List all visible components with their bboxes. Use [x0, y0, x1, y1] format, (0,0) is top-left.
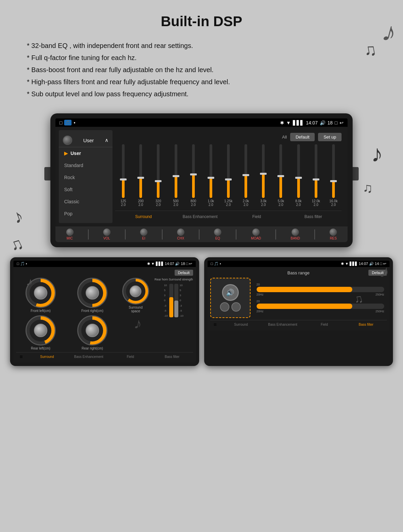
band-val-16.0k: 2.0 — [331, 203, 336, 207]
eq-knob[interactable] — [214, 228, 221, 236]
eq-slider-320[interactable] — [157, 144, 160, 198]
preset-soft[interactable]: Soft — [59, 183, 113, 196]
surround-tab-surround[interactable]: Surround — [26, 354, 68, 360]
feature-5: * Sub output level and low pass frequenc… — [27, 88, 376, 100]
rear-left-gauge[interactable] — [26, 315, 56, 345]
eq-slider-1.0k[interactable] — [210, 144, 212, 198]
band-val-320: 2.0 — [156, 203, 161, 207]
surround-tab-field[interactable]: Field — [109, 354, 151, 360]
preset-standard[interactable]: Standard — [59, 159, 113, 171]
preset-classic[interactable]: Classic — [59, 196, 113, 208]
eq-slider-500[interactable] — [175, 144, 177, 198]
eq-slider-200[interactable] — [139, 144, 142, 198]
band-freq-5.0k: 5.0k — [278, 199, 284, 203]
knob-eq: EQ — [214, 228, 221, 240]
gauge-grid: Front left(cm) Front right(cm) — [16, 278, 117, 350]
tab-surround[interactable]: Surround — [115, 213, 172, 220]
surround-tab-bassfilter[interactable]: Bass filter — [151, 354, 193, 360]
active-arrow-icon: ▶ — [64, 151, 68, 156]
time-display: 14:07 — [306, 120, 318, 125]
bass-slider-2[interactable] — [257, 304, 385, 309]
moad-knob[interactable] — [252, 228, 260, 236]
sidebar-header: User ∧ — [59, 134, 113, 147]
chevron-up-icon: ∧ — [105, 137, 108, 143]
surround-tab-bass[interactable]: Bass Enhancement — [68, 354, 109, 360]
bass-slider-1[interactable] — [257, 287, 385, 292]
eq-handle-16.0k[interactable] — [330, 180, 337, 182]
rear-horn-slider-left[interactable] — [169, 284, 173, 317]
eq-handle-1.0k[interactable] — [208, 177, 214, 179]
all-label: All — [282, 135, 287, 140]
bass-tab-bassfilter[interactable]: Bass filter — [345, 322, 387, 328]
chx-knob[interactable] — [177, 228, 184, 236]
eq-handle-5.0k[interactable] — [277, 175, 284, 177]
feature-2: * Full q-factor fine tuning for each hz. — [27, 52, 376, 64]
eq-handle-3.0k[interactable] — [260, 173, 267, 175]
bass-screen: Bass range Default 🔊 — [208, 267, 390, 330]
tab-bass-enhancement[interactable]: Bass Enhancement — [172, 213, 229, 220]
band-val-1.25k: 2.0 — [226, 203, 231, 207]
eq-band-500: 5002.0 — [168, 144, 184, 207]
eq-handle-320[interactable] — [155, 180, 162, 182]
preset-user[interactable]: ▶ User — [59, 147, 113, 159]
rear-horn-slider-right[interactable] — [174, 284, 178, 317]
wifi-icon: ▼ — [286, 120, 291, 125]
surround-default-btn[interactable]: Default — [175, 270, 193, 276]
eq-slider-5.0k[interactable] — [279, 144, 282, 198]
rear-right-gauge[interactable] — [77, 315, 107, 345]
mic-knob[interactable] — [66, 228, 74, 236]
tab-bass-filter[interactable]: Bass filter — [285, 213, 342, 220]
band-val-2.0k: 2.0 — [243, 203, 248, 207]
ei-knob[interactable] — [140, 228, 147, 236]
back-icon: ↩ — [340, 120, 344, 125]
band-freq-800: 800 — [190, 199, 196, 203]
dsp-screen: User ∧ ▶ User Standard Rock Soft — [55, 127, 348, 226]
status-right: ✱ ▼ ▋▋▋ 14:07 🔊 18 □ ↩ — [280, 120, 344, 125]
surround-content: Front left(cm) Front right(cm) — [16, 278, 193, 350]
bass-default-btn[interactable]: Default — [368, 270, 387, 276]
default-button[interactable]: Default — [290, 133, 315, 141]
surround-space-gauge[interactable] — [122, 278, 149, 305]
front-left-gauge[interactable] — [26, 278, 56, 308]
surround-device: □ 🎵 • ✱ ▼ ▋▋▋ 14:07 🔊 18 □ ↩ Default — [10, 257, 199, 366]
bass-tab-surround[interactable]: Surround — [220, 322, 262, 328]
preset-rock[interactable]: Rock — [59, 171, 113, 183]
knob-chx: CHX — [177, 228, 184, 240]
eq-handle-8.0k[interactable] — [295, 177, 302, 179]
eq-handle-800[interactable] — [190, 173, 197, 175]
surround-screen: Default Front left(cm) — [13, 267, 196, 363]
bass-tab-field[interactable]: Field — [304, 322, 345, 328]
eq-slider-125[interactable] — [122, 144, 125, 198]
eq-slider-2.0k[interactable] — [244, 144, 247, 198]
band-val-200: 2.0 — [138, 203, 143, 207]
eq-slider-8.0k[interactable] — [297, 144, 300, 198]
preset-pop[interactable]: Pop — [59, 208, 113, 220]
gauge-front-right: Front right(cm) — [68, 278, 117, 313]
eq-handle-200[interactable] — [137, 177, 144, 179]
eq-handle-500[interactable] — [173, 175, 179, 177]
gauge-front-left: Front left(cm) — [16, 278, 65, 313]
eq-slider-1.25k[interactable] — [227, 144, 230, 198]
setup-button[interactable]: Set up — [318, 133, 342, 141]
eq-handle-1.25k[interactable] — [225, 178, 232, 180]
res-knob[interactable] — [329, 228, 337, 236]
bass-tab-bassenhancement[interactable]: Bass Enhancement — [262, 322, 304, 328]
front-right-gauge[interactable] — [77, 278, 107, 308]
band-knob[interactable] — [292, 228, 299, 236]
surround-tabs: ≡ Surround Bass Enhancement Field Bass f… — [16, 352, 193, 360]
tab-field[interactable]: Field — [228, 213, 285, 220]
divider-7 — [314, 229, 315, 240]
eq-handle-125[interactable] — [120, 178, 127, 180]
knob-moad: MOAD — [251, 228, 261, 240]
eq-handle-2.0k[interactable] — [242, 174, 249, 176]
bluetooth-icon: ✱ — [280, 120, 284, 125]
eq-slider-800[interactable] — [192, 144, 195, 198]
eq-handle-12.0k[interactable] — [313, 178, 319, 180]
eq-band-200: 2002.0 — [133, 144, 149, 207]
vol-knob[interactable] — [103, 228, 110, 236]
eq-slider-16.0k[interactable] — [332, 144, 335, 198]
eq-slider-3.0k[interactable] — [262, 144, 265, 198]
gauge-rear-left: Rear left(cm) — [16, 315, 65, 350]
eq-slider-12.0k[interactable] — [315, 144, 317, 198]
side-button-left — [44, 167, 50, 180]
